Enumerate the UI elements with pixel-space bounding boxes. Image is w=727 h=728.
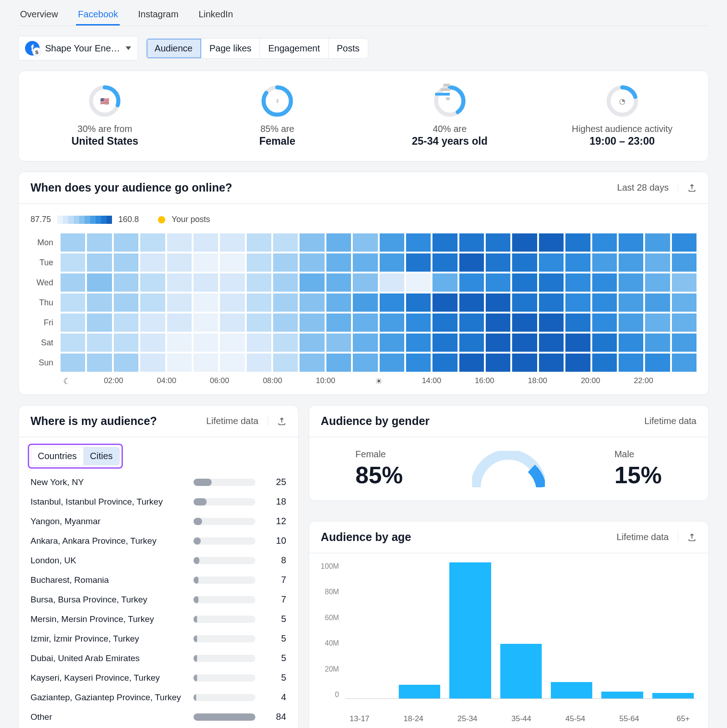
city-name: Bucharest, Romania bbox=[31, 575, 185, 585]
city-row: Izmir, İzmir Province, Turkey5 bbox=[19, 629, 298, 648]
heatmap-cell bbox=[645, 293, 670, 312]
export-icon[interactable] bbox=[687, 183, 696, 192]
heatmap-cell bbox=[380, 273, 404, 292]
heatmap-cell bbox=[326, 354, 351, 372]
heatmap-cell bbox=[326, 313, 351, 332]
heatmap-cell bbox=[672, 253, 696, 272]
heatmap-cell bbox=[486, 273, 510, 292]
city-value: 84 bbox=[264, 712, 286, 722]
heatmap-cell bbox=[565, 233, 590, 252]
stat-subtitle: Highest audience activity bbox=[536, 124, 708, 134]
age-plot bbox=[346, 562, 696, 699]
heatmap-cell bbox=[353, 253, 377, 272]
facebook-icon: f bbox=[25, 41, 40, 56]
heatmap-cell bbox=[167, 334, 192, 352]
heatmap-cell bbox=[193, 233, 218, 252]
heatmap-cell bbox=[87, 253, 112, 272]
heatmap-cell bbox=[61, 313, 85, 332]
heatmap-cell bbox=[140, 273, 165, 292]
heatmap-cell bbox=[672, 313, 696, 332]
heatmap-cell bbox=[247, 313, 271, 332]
stat-value: 25-34 years old bbox=[364, 135, 536, 147]
heatmap-cell bbox=[220, 334, 244, 352]
summary-stats-card: 🇺🇸30% are fromUnited States♀85% areFemal… bbox=[18, 71, 709, 162]
heatmap-cell bbox=[592, 233, 617, 252]
heatmap-cell bbox=[87, 334, 112, 352]
tab-instagram[interactable]: Instagram bbox=[136, 5, 180, 25]
scale-max: 160.8 bbox=[118, 215, 139, 224]
age-x-axis: 13-1718-2425-3435-4445-5455-6465+ bbox=[335, 711, 708, 723]
heatmap-cell bbox=[672, 233, 696, 252]
heatmap-cell bbox=[645, 253, 670, 272]
subtab-audience[interactable]: Audience bbox=[147, 39, 201, 58]
heatmap-cell bbox=[486, 253, 510, 272]
heatmap-cell bbox=[539, 233, 564, 252]
subtab-posts[interactable]: Posts bbox=[329, 39, 368, 58]
export-icon[interactable] bbox=[277, 417, 286, 426]
heatmap-cell bbox=[247, 354, 271, 372]
location-range-label: Lifetime data bbox=[206, 416, 259, 426]
city-value: 5 bbox=[264, 614, 286, 624]
heatmap-cell bbox=[432, 313, 457, 332]
tab-facebook[interactable]: Facebook bbox=[76, 5, 120, 25]
heatmap-cell bbox=[220, 273, 244, 292]
heatmap-cell bbox=[619, 233, 643, 252]
tab-linkedin[interactable]: LinkedIn bbox=[197, 5, 235, 25]
city-name: London, UK bbox=[31, 556, 185, 566]
heatmap-cell bbox=[167, 233, 192, 252]
heatmap-cell bbox=[459, 233, 484, 252]
your-posts-label: Your posts bbox=[172, 215, 210, 224]
heatmap-cell bbox=[619, 273, 643, 292]
city-name: Izmir, İzmir Province, Turkey bbox=[31, 634, 185, 644]
age-card: Audience by age Lifetime data 100M80M60M… bbox=[309, 521, 709, 728]
heatmap-cell bbox=[273, 354, 298, 372]
stat-value: Female bbox=[191, 135, 364, 147]
heatmap-cell bbox=[459, 354, 484, 372]
subtab-engagement[interactable]: Engagement bbox=[260, 39, 328, 58]
heatmap-cell bbox=[326, 334, 351, 352]
heatmap-cell bbox=[565, 253, 590, 272]
heatmap-cell bbox=[353, 334, 377, 352]
city-row: Other84 bbox=[19, 707, 298, 727]
heatmap-cell bbox=[672, 354, 696, 372]
bar-track bbox=[193, 694, 255, 701]
heatmap-cell bbox=[193, 354, 218, 372]
heatmap-cell bbox=[672, 273, 696, 292]
heatmap-cell bbox=[406, 233, 431, 252]
bar-track bbox=[193, 557, 255, 564]
toggle-countries[interactable]: Countries bbox=[31, 447, 84, 465]
heatmap-cell bbox=[406, 293, 431, 312]
toggle-cities[interactable]: Cities bbox=[84, 447, 120, 465]
subtab-page-likes[interactable]: Page likes bbox=[201, 39, 260, 58]
heatmap-cell bbox=[380, 253, 404, 272]
heatmap-cell bbox=[220, 233, 244, 252]
heatmap-cell bbox=[539, 253, 564, 272]
heatmap-cell bbox=[326, 273, 351, 292]
heatmap-cell bbox=[512, 334, 537, 352]
heatmap-cell bbox=[353, 293, 377, 312]
heatmap-cell bbox=[592, 313, 617, 332]
heatmap-cell bbox=[114, 354, 138, 372]
city-value: 5 bbox=[264, 633, 286, 644]
donut-icon bbox=[433, 85, 466, 117]
heatmap-cell bbox=[220, 253, 244, 272]
heatmap-cell bbox=[459, 313, 484, 332]
bar-track bbox=[193, 518, 255, 525]
heatmap-grid bbox=[61, 233, 696, 372]
heatmap-cell bbox=[300, 253, 324, 272]
age-title: Audience by age bbox=[321, 531, 412, 544]
heatmap-cell bbox=[114, 334, 138, 352]
heatmap-cell bbox=[353, 273, 377, 292]
heatmap-cell bbox=[619, 253, 643, 272]
heatmap-cell bbox=[273, 313, 298, 332]
heatmap-cell bbox=[459, 273, 484, 292]
heatmap-cell bbox=[140, 334, 165, 352]
city-name: Kayseri, Kayseri Province, Turkey bbox=[31, 673, 185, 683]
stat-subtitle: 85% are bbox=[191, 124, 364, 134]
sun-icon: ☀ bbox=[375, 376, 382, 386]
heatmap-cell bbox=[406, 273, 431, 292]
tab-overview[interactable]: Overview bbox=[18, 5, 60, 25]
heatmap-cell bbox=[592, 273, 617, 292]
page-selector-dropdown[interactable]: f Shape Your Ene… bbox=[18, 36, 138, 61]
export-icon[interactable] bbox=[687, 533, 696, 542]
